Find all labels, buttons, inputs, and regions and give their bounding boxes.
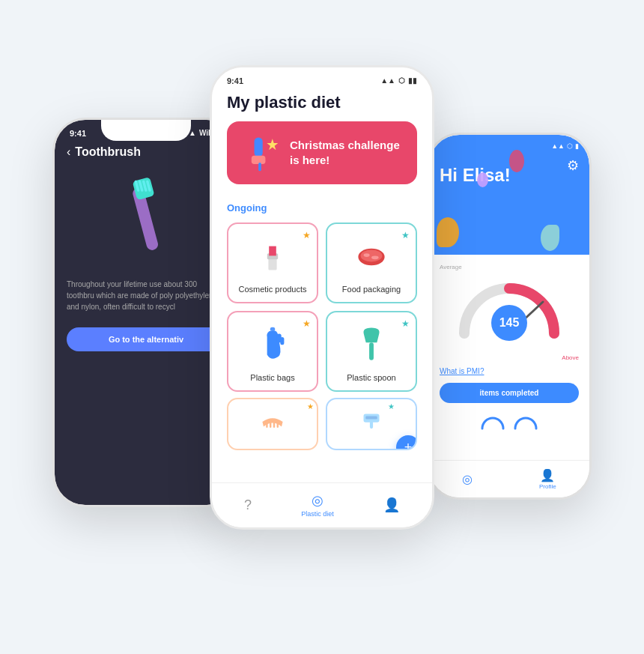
svg-rect-21	[266, 422, 267, 428]
star-icon-food: ★	[401, 230, 410, 240]
nav-plastic-diet-label: Plastic diet	[301, 510, 334, 518]
phone-right: ▲▲ ⬡ ▮ ⚙ Hi Elisa! Average	[427, 133, 592, 500]
right-nav-chart[interactable]: ◎	[462, 472, 473, 486]
back-arrow-icon[interactable]: ‹	[67, 145, 70, 159]
blob-teal	[541, 225, 559, 251]
center-content: My plastic diet Chri	[212, 85, 432, 515]
food-packaging-icon	[349, 234, 394, 279]
right-top-banner: ▲▲ ⬡ ▮ ⚙ Hi Elisa!	[429, 135, 589, 255]
item-cosmetic-products[interactable]: ★ Cosmetic products	[227, 222, 318, 303]
above-label: Above	[440, 354, 579, 361]
gauge-value: 145	[491, 305, 527, 341]
item-food-packaging[interactable]: ★ Food packaging	[326, 222, 417, 303]
left-body-text: Throughout your lifetime use about 300 t…	[67, 279, 225, 312]
toothbrush-svg	[116, 174, 176, 264]
gauge-label-avg: Average	[440, 264, 462, 270]
svg-rect-20	[369, 342, 374, 360]
back-header: ‹ Toothbrush	[67, 145, 225, 159]
center-header: My plastic diet Chri	[212, 85, 432, 202]
bottom-nav: ? ◎ Plastic diet 👤	[212, 482, 432, 527]
profile-label: Profile	[539, 483, 556, 490]
profile-icon-right: 👤	[540, 468, 555, 482]
right-bottom-nav: ◎ 👤 Profile	[429, 460, 589, 497]
notch-center	[277, 67, 367, 88]
arc-icon-1	[479, 412, 506, 432]
item-plastic-spoon[interactable]: ★ Plastic spoon	[326, 311, 417, 392]
star-icon-spoon: ★	[401, 318, 410, 329]
arc-icon-2	[512, 412, 539, 432]
challenge-banner[interactable]: Christmas challenge is here!	[227, 121, 417, 184]
plastic-bags-icon	[250, 323, 295, 368]
svg-rect-7	[255, 137, 263, 157]
star-icon-bags: ★	[303, 318, 311, 329]
svg-rect-13	[269, 246, 276, 255]
star-icon-cosmetic: ★	[303, 230, 311, 240]
plastic-diet-icon: ◎	[312, 492, 323, 509]
app-scene: 9:41 ▲ WiFi ▮ ‹ Toothbrush	[37, 20, 607, 635]
pmi-link[interactable]: What is PMI?	[440, 367, 579, 375]
gauge-labels: Average	[440, 264, 579, 270]
time-left: 9:41	[70, 129, 86, 138]
item-partial-right[interactable]: ★ +	[326, 398, 417, 450]
svg-rect-27	[370, 421, 373, 429]
notch-left	[101, 120, 191, 141]
svg-rect-24	[277, 420, 279, 428]
comb-icon	[258, 410, 288, 434]
blob-yellow	[437, 217, 459, 247]
challenge-banner-icon	[239, 132, 281, 174]
food-label: Food packaging	[342, 284, 401, 294]
svg-marker-10	[267, 139, 278, 150]
hi-text: Hi Elisa!	[440, 165, 579, 186]
item-plastic-bags[interactable]: ★ Plastic bags	[227, 311, 318, 392]
svg-point-16	[364, 253, 370, 257]
back-title: Toothbrush	[75, 145, 141, 159]
partial-row: ★ ★	[212, 392, 432, 450]
status-bar-right: ▲▲ ⬡ ▮	[440, 142, 579, 150]
cosmetic-label: Cosmetic products	[238, 284, 306, 294]
svg-point-17	[371, 255, 379, 259]
nav-item-profile-center[interactable]: 👤	[383, 497, 400, 513]
spoon-label: Plastic spoon	[347, 372, 395, 383]
fab-add-button[interactable]: +	[396, 435, 417, 450]
right-bottom-icons	[440, 412, 579, 432]
gauge-area: 145	[440, 273, 579, 348]
items-grid: ★ Cosmetic products	[212, 222, 432, 393]
blob-red	[509, 150, 524, 172]
star-icon-partial: ★	[307, 402, 314, 411]
challenge-text: Christmas challenge is here!	[290, 138, 405, 167]
profile-icon-center: 👤	[383, 497, 400, 513]
svg-rect-23	[273, 420, 275, 428]
nav-item-help[interactable]: ?	[244, 497, 252, 513]
cosmetic-icon	[250, 234, 295, 279]
plastic-spoon-icon	[349, 323, 394, 368]
right-nav-profile[interactable]: 👤 Profile	[539, 468, 556, 490]
chart-icon: ◎	[462, 472, 473, 486]
status-icons-center: ▲▲ ⬡ ▮▮	[380, 76, 417, 85]
ongoing-label: Ongoing	[212, 202, 432, 214]
gear-icon[interactable]: ⚙	[567, 157, 579, 174]
phone-center: 9:41 ▲▲ ⬡ ▮▮ My plastic diet	[210, 65, 434, 530]
razor-icon	[358, 410, 385, 431]
blob-purple	[477, 172, 488, 187]
bags-label: Plastic bags	[250, 372, 294, 383]
toothbrush-illustration	[67, 174, 225, 264]
right-body: Average 145 Above What is PMI?	[429, 255, 589, 440]
help-icon: ?	[244, 497, 252, 513]
nav-item-plastic-diet[interactable]: ◎ Plastic diet	[301, 492, 334, 518]
completed-button[interactable]: items completed	[440, 383, 579, 403]
svg-rect-8	[252, 155, 266, 163]
alternative-button[interactable]: Go to the alternativ	[67, 327, 225, 351]
svg-rect-22	[270, 420, 271, 428]
svg-rect-26	[365, 416, 377, 419]
svg-rect-19	[280, 337, 284, 345]
item-partial-left[interactable]: ★	[227, 398, 318, 450]
star-icon-partial2: ★	[388, 402, 395, 411]
time-center: 9:41	[227, 76, 243, 85]
page-title: My plastic diet	[227, 93, 417, 112]
